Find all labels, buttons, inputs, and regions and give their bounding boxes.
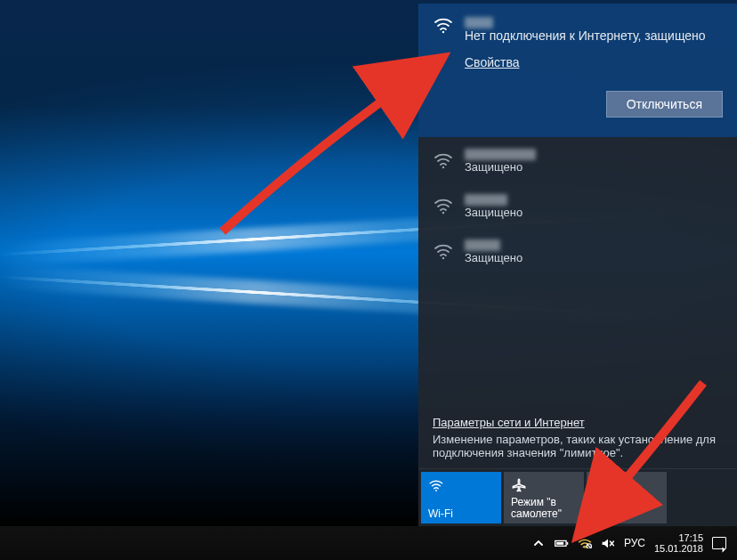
network-item-current[interactable]: Нет подключения к Интернету, защищено Св… — [418, 4, 737, 137]
wifi-icon — [433, 195, 454, 216]
wifi-icon — [428, 477, 444, 493]
svg-point-0 — [442, 31, 444, 33]
tile-mobile-hotspot[interactable]: Мобильный хот-спот — [587, 472, 667, 523]
tile-airplane-mode[interactable]: Режим "в самолете" — [504, 472, 584, 523]
input-language-indicator[interactable]: РУС — [624, 536, 645, 550]
network-status: Защищено — [465, 206, 522, 219]
taskbar: РУС 17:15 15.01.2018 — [0, 526, 737, 560]
svg-rect-7 — [567, 542, 568, 545]
network-flyout: Нет подключения к Интернету, защищено Св… — [418, 4, 737, 526]
action-center-icon[interactable] — [712, 536, 726, 550]
tile-label: Режим "в самолете" — [511, 497, 577, 520]
network-settings-link[interactable]: Параметры сети и Интернет — [433, 416, 723, 429]
tile-wifi[interactable]: Wi-Fi — [421, 472, 501, 523]
svg-rect-8 — [556, 542, 563, 545]
network-item[interactable]: Защищено — [418, 137, 737, 183]
disconnect-button[interactable]: Отключиться — [606, 91, 723, 118]
network-status: Защищено — [465, 160, 536, 174]
wifi-icon — [433, 150, 454, 171]
tray-clock[interactable]: 17:15 15.01.2018 — [654, 532, 703, 554]
network-item[interactable]: Защищено — [418, 228, 737, 273]
system-tray: РУС 17:15 15.01.2018 — [521, 526, 737, 560]
wifi-icon — [433, 14, 454, 36]
network-properties-link[interactable]: Свойства — [465, 55, 723, 69]
hotspot-icon — [594, 477, 610, 493]
tile-label: Мобильный хот-спот — [594, 497, 660, 520]
svg-point-5 — [601, 484, 603, 487]
svg-point-1 — [442, 166, 444, 167]
wifi-icon — [433, 240, 454, 262]
network-list: Защищено Защищено — [418, 137, 737, 273]
volume-muted-icon[interactable] — [601, 536, 615, 550]
svg-point-2 — [442, 211, 444, 213]
tray-overflow-button[interactable] — [531, 536, 546, 550]
network-settings-block: Параметры сети и Интернет Изменение пара… — [418, 416, 737, 468]
network-settings-desc: Изменение параметров, таких как установл… — [433, 433, 723, 459]
network-status: Защищено — [465, 251, 522, 264]
svg-point-4 — [435, 490, 437, 491]
airplane-icon — [511, 477, 527, 493]
tray-time: 17:15 — [654, 532, 703, 543]
battery-icon[interactable] — [555, 536, 569, 550]
network-status: Нет подключения к Интернету, защищено — [465, 28, 706, 43]
network-item[interactable]: Защищено — [418, 183, 737, 228]
tile-label: Wi-Fi — [428, 508, 494, 520]
svg-point-9 — [584, 548, 586, 549]
tray-date: 15.01.2018 — [654, 543, 703, 554]
svg-point-3 — [442, 256, 444, 258]
network-tray-icon[interactable] — [578, 536, 592, 550]
quick-action-tiles: Wi-Fi Режим "в самолете" Мобильный хот-с… — [418, 468, 737, 526]
